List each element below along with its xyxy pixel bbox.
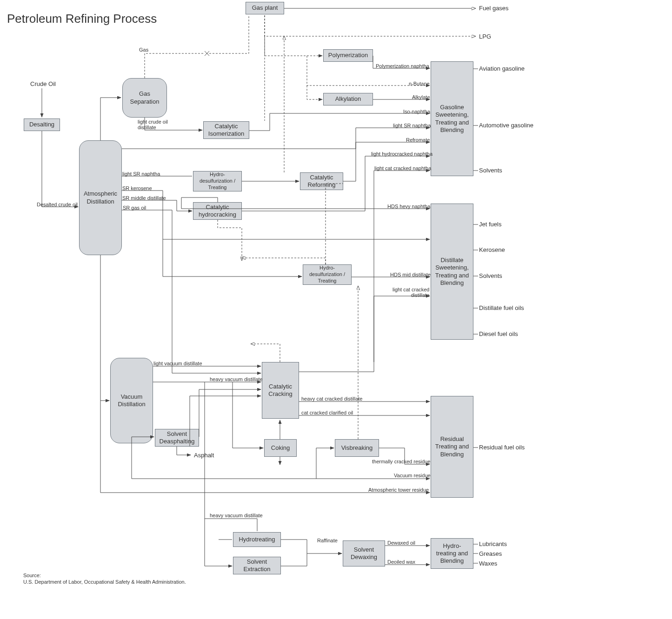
diagram-canvas: Petroleum Refining Process Crude Oil Des… [0,0,672,619]
connector-lines [0,0,672,619]
